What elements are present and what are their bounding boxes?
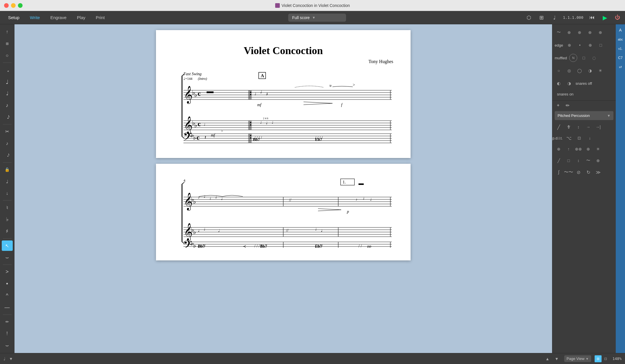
edge-crosshair-icon[interactable]: ⊕ <box>565 41 573 49</box>
crosshair4-icon[interactable]: ⊕ <box>596 28 604 36</box>
chisel-icon[interactable]: 🗡 <box>565 123 573 131</box>
accent-tool[interactable]: > <box>2 266 13 277</box>
extra-icon-2[interactable]: abc <box>617 36 624 43</box>
dotted-q-tool[interactable]: ♩ <box>2 176 13 187</box>
chevron-down-icon[interactable]: ▼ <box>9 356 13 361</box>
pencil-tool[interactable]: ✏ <box>2 316 13 327</box>
rewind-icon[interactable]: ⏮ <box>588 14 596 22</box>
pdlt-down-icon[interactable]: ↓ <box>586 134 594 142</box>
play-button[interactable]: ▶ <box>601 14 609 22</box>
slash2-icon[interactable]: ╱ <box>555 157 563 165</box>
arrow-right2-icon[interactable]: →| <box>594 123 602 131</box>
menu-play[interactable]: Play <box>72 13 90 22</box>
sym-crosshair-icon[interactable]: ⊕ <box>555 145 563 153</box>
selector-tool[interactable]: ↖ <box>2 240 13 251</box>
pdlt-fork-icon[interactable]: ⌥ <box>565 134 573 142</box>
menu-engrave[interactable]: Engrave <box>46 13 71 22</box>
film-icon[interactable]: ⬡ <box>525 14 533 22</box>
menu-write[interactable]: Write <box>25 13 45 22</box>
flat-tool[interactable]: ♭ <box>2 214 13 225</box>
view-mode-selector[interactable]: Page View ▼ <box>564 355 591 362</box>
nav-down-icon[interactable]: ▼ <box>553 355 561 363</box>
scissors-tool[interactable]: ✂ <box>2 126 13 137</box>
extra-icon-1[interactable]: A <box>617 27 624 34</box>
circle-outline-icon[interactable]: ◯ <box>576 67 584 75</box>
menu-print[interactable]: Print <box>91 13 109 22</box>
close-button[interactable] <box>4 3 9 8</box>
half-circle-icon[interactable]: ◑ <box>586 67 594 75</box>
scroll-up-tool[interactable]: ↑ <box>2 27 13 37</box>
circle-slash-icon[interactable]: ⊘ <box>574 168 582 176</box>
slur-tool[interactable]: ⌣ <box>2 252 13 263</box>
edge-square-icon[interactable]: □ <box>597 41 605 49</box>
quarter-note-tool[interactable]: ♩ <box>2 88 13 99</box>
refresh-icon[interactable]: ↻ <box>584 168 592 176</box>
edit-button[interactable]: ✏ <box>564 102 571 109</box>
maximize-button[interactable] <box>18 3 23 8</box>
snares-off-left-icon[interactable]: ◐ <box>555 79 563 87</box>
sym-star2-icon[interactable]: ✳ <box>594 145 602 153</box>
extra-icon-3[interactable]: v1. <box>617 45 624 52</box>
view-toggle-scroll[interactable]: ⊡ <box>602 355 609 362</box>
half-note-tool[interactable]: ♩ <box>2 76 13 87</box>
wave-icon[interactable]: 〜 <box>584 157 592 165</box>
sym-double-crosshair-icon[interactable]: ⊕⊕ <box>574 145 582 153</box>
extra-icon-5[interactable]: s/f <box>617 64 624 71</box>
marcato-tool[interactable]: ^ <box>2 290 13 301</box>
power-button[interactable]: ⏻ <box>613 14 622 22</box>
crosshair2-icon[interactable]: ⊕ <box>576 28 584 36</box>
bar-up-icon[interactable]: ↕ <box>574 123 582 131</box>
wavy-icon[interactable]: 〜 <box>555 28 563 36</box>
dot-tool[interactable]: • <box>2 278 13 289</box>
sym-crosshair2-icon[interactable]: ⊕ <box>584 145 592 153</box>
arrow-right1-icon[interactable]: → <box>584 123 592 131</box>
crosshair3-icon[interactable]: ⊕ <box>586 28 594 36</box>
window-controls[interactable] <box>4 3 23 8</box>
sharp-tool[interactable]: ♯ <box>2 226 13 237</box>
vertbar-icon[interactable]: ↕ <box>574 157 582 165</box>
metronome-icon[interactable]: ♩ <box>550 14 558 22</box>
note-icon[interactable]: ♩ <box>3 356 5 361</box>
add-button[interactable]: + <box>555 102 562 109</box>
exclamation-tool[interactable]: ! <box>2 328 13 339</box>
muffled-n-icon[interactable]: N <box>569 54 577 62</box>
snares-off-right-icon[interactable]: ◑ <box>565 79 573 87</box>
eighth-note-tool[interactable]: ♪ <box>2 100 13 111</box>
dotted-half-tool[interactable]: 𝅗 <box>2 65 13 75</box>
sixteenth-tool[interactable]: 𝅘𝅥𝅯 <box>2 112 13 123</box>
edge-dot-icon[interactable]: • <box>576 41 584 49</box>
tilde-row-icon[interactable]: 〜〜 <box>565 168 573 176</box>
pdlt-bar-icon[interactable]: ⊡ <box>575 134 583 142</box>
bullseye-icon[interactable]: ◎ <box>565 67 573 75</box>
dotted-sixteenth-tool[interactable]: 𝅘𝅥𝅯 <box>2 150 13 161</box>
pitched-percussion-dropdown[interactable]: Pitched Percussion ▼ <box>555 111 613 120</box>
open-circle-icon[interactable]: ○ <box>555 67 563 75</box>
muffled-circle-icon[interactable]: ◌ <box>590 54 598 62</box>
view-toggle-pages[interactable]: ⊞ <box>595 355 602 362</box>
square2-icon[interactable]: □ <box>565 157 573 165</box>
minimize-button[interactable] <box>11 3 16 8</box>
diagonal-icon[interactable]: ╱ <box>555 123 563 131</box>
muffled-square-icon[interactable]: □ <box>580 54 588 62</box>
sym-up-icon[interactable]: ↑ <box>565 145 573 153</box>
menu-setup[interactable]: Setup <box>3 13 24 22</box>
crosshair-icon[interactable]: ⊕ <box>565 28 573 36</box>
tenuto-tool[interactable]: — <box>2 302 13 313</box>
natural-tool[interactable]: ♮ <box>2 202 13 213</box>
voice-tool[interactable]: ○ <box>2 50 13 61</box>
plus-icon[interactable]: ⊕ <box>594 157 602 165</box>
mixer-icon[interactable]: ⊞ <box>538 14 546 22</box>
score-area[interactable]: Violet Concoction Tony Hughes Fast Swing… <box>14 24 552 353</box>
edge-circle-icon[interactable]: ⊕ <box>586 41 594 49</box>
layout-tool[interactable]: ⊞ <box>2 38 13 49</box>
tie-tool[interactable]: ⌣ <box>2 340 13 351</box>
double-angle-icon[interactable]: ≫ <box>594 168 602 176</box>
integral-icon[interactable]: ∫ <box>555 168 563 176</box>
score-selector[interactable]: Full score ▼ <box>288 14 346 22</box>
down-arrow-tool[interactable]: ↓ <box>2 188 13 198</box>
lock-tool[interactable]: 🔒 <box>2 164 13 175</box>
nav-up-icon[interactable]: ▲ <box>543 355 552 363</box>
extra-icon-4[interactable]: C7 <box>617 54 624 61</box>
dotted-eighth-tool[interactable]: ♪ <box>2 138 13 149</box>
asterisk-icon[interactable]: ✳ <box>596 67 604 75</box>
